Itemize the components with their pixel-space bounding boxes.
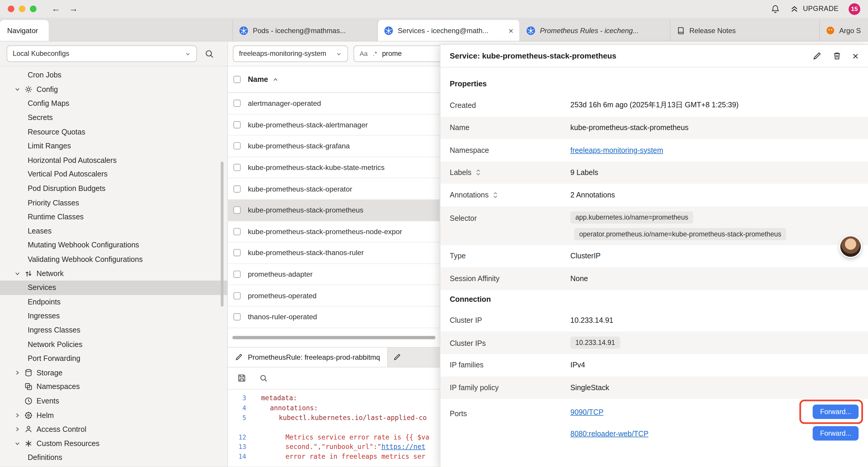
sidebar-item-runtime-classes[interactable]: Runtime Classes xyxy=(0,210,227,224)
sidebar-item-ingress-classes[interactable]: Ingress Classes xyxy=(0,323,227,337)
sidebar-item-custom-resources[interactable]: Custom Resources xyxy=(0,436,227,450)
row-checkbox[interactable] xyxy=(234,228,241,235)
tab-services-icecheng-math[interactable]: Services - icecheng@math...× xyxy=(378,20,520,41)
namespace-select[interactable]: freeleaps-monitoring-system xyxy=(233,46,348,62)
table-row-prometheus-adapter[interactable]: prometheus-adapter xyxy=(228,264,440,285)
sidebar-item-config-maps[interactable]: Config Maps xyxy=(0,96,227,111)
select-all-checkbox[interactable] xyxy=(234,76,241,83)
row-checkbox[interactable] xyxy=(234,207,241,214)
forward-button[interactable]: → xyxy=(66,4,81,14)
table-row-kube-prometheus-stack-prometheus-node-expor[interactable]: kube-prometheus-stack-prometheus-node-ex… xyxy=(228,221,440,242)
chevron-down-icon[interactable] xyxy=(14,440,21,447)
row-checkbox[interactable] xyxy=(234,143,241,150)
sidebar-item-limit-ranges[interactable]: Limit Ranges xyxy=(0,139,227,153)
maximize-window-button[interactable] xyxy=(30,6,36,12)
horizontal-scrollbar[interactable] xyxy=(232,336,435,339)
sidebar-item-priority-classes[interactable]: Priority Classes xyxy=(0,196,227,210)
sidebar-item-pod-disruption-budgets[interactable]: Pod Disruption Budgets xyxy=(0,181,227,196)
sidebar-item-endpoints[interactable]: Endpoints xyxy=(0,295,227,309)
yaml-editor[interactable]: 3metadata:4annotations:5kubectl.kubernet… xyxy=(228,389,440,466)
row-checkbox[interactable] xyxy=(234,271,241,278)
chevron-right-icon[interactable] xyxy=(14,412,21,418)
save-icon[interactable] xyxy=(237,374,246,382)
sidebar-item-config[interactable]: Config xyxy=(0,82,227,96)
property-label-text: Name xyxy=(450,123,469,132)
sidebar-item-leases[interactable]: Leases xyxy=(0,224,227,238)
match-case-toggle[interactable]: Aa xyxy=(360,50,368,58)
forward-button[interactable]: Forward... xyxy=(813,405,859,419)
row-checkbox[interactable] xyxy=(234,185,241,193)
sidebar-search-icon[interactable] xyxy=(205,49,214,59)
chevron-down-icon[interactable] xyxy=(14,270,21,276)
row-checkbox[interactable] xyxy=(234,164,241,171)
table-row-alertmanager-operated[interactable]: alertmanager-operated xyxy=(228,93,440,114)
table-row-kube-prometheus-stack-operator[interactable]: kube-prometheus-stack-operator xyxy=(228,178,440,200)
port-link[interactable]: 9090/TCP xyxy=(570,408,603,416)
port-link[interactable]: 8080:reloader-web/TCP xyxy=(570,429,649,437)
sort-updown-icon[interactable] xyxy=(492,191,499,198)
sidebar-item-services[interactable]: Services xyxy=(0,281,227,295)
row-checkbox[interactable] xyxy=(234,313,241,320)
chevron-right-icon[interactable] xyxy=(14,426,21,432)
table-row-thanos-ruler-operated[interactable]: thanos-ruler-operated xyxy=(228,307,440,328)
trash-icon[interactable] xyxy=(833,52,841,60)
table-row-prometheus-operated[interactable]: prometheus-operated xyxy=(228,285,440,307)
navigator-panel-tab[interactable]: Navigator xyxy=(0,20,49,41)
back-button[interactable]: ← xyxy=(49,4,63,14)
sidebar-item-storage[interactable]: Storage xyxy=(0,366,227,380)
sidebar-item-access-control[interactable]: Access Control xyxy=(0,422,227,436)
sidebar-item-port-forwarding[interactable]: Port Forwarding xyxy=(0,351,227,366)
chevron-right-icon[interactable] xyxy=(14,370,21,376)
table-row-kube-prometheus-stack-prometheus[interactable]: kube-prometheus-stack-prometheus xyxy=(228,200,440,221)
sidebar-item-validating-webhook-configurations[interactable]: Validating Webhook Configurations xyxy=(0,252,227,266)
table-row-kube-prometheus-stack-alertmanager[interactable]: kube-prometheus-stack-alertmanager xyxy=(228,114,440,136)
tab-argo-s[interactable]: Argo S xyxy=(820,20,868,41)
close-window-button[interactable] xyxy=(8,6,14,12)
property-link[interactable]: freeleaps-monitoring-system xyxy=(570,146,663,154)
sidebar-item-network[interactable]: Network xyxy=(0,266,227,281)
tab-release-notes[interactable]: Release Notes xyxy=(670,20,820,41)
tab-bar: Navigator Pods - icecheng@mathmas...Serv… xyxy=(0,18,868,42)
sidebar-item-resource-quotas[interactable]: Resource Quotas xyxy=(0,125,227,139)
sidebar-item-ingresses[interactable]: Ingresses xyxy=(0,309,227,323)
tab-pods-icecheng-mathmas[interactable]: Pods - icecheng@mathmas... xyxy=(233,20,378,41)
notification-badge[interactable]: 15 xyxy=(848,3,860,14)
editor-tab-partial[interactable] xyxy=(388,347,407,367)
sort-updown-icon[interactable] xyxy=(475,169,482,176)
editor-search-icon[interactable] xyxy=(259,374,268,382)
sidebar-item-mutating-webhook-configurations[interactable]: Mutating Webhook Configurations xyxy=(0,238,227,252)
sidebar-item-vertical-pod-autoscalers[interactable]: Vertical Pod Autoscalers xyxy=(0,167,227,181)
kubeconfig-select[interactable]: Local Kubeconfigs xyxy=(6,46,197,62)
sidebar-item-network-policies[interactable]: Network Policies xyxy=(0,337,227,351)
bell-icon[interactable] xyxy=(771,4,780,13)
minimize-window-button[interactable] xyxy=(19,6,25,12)
tab-prometheus-rules-icecheng[interactable]: Prometheus Rules - icecheng... xyxy=(520,20,670,41)
forward-button[interactable]: Forward... xyxy=(813,426,859,441)
table-row-kube-prometheus-stack-grafana[interactable]: kube-prometheus-stack-grafana xyxy=(228,136,440,157)
table-row-kube-prometheus-stack-kube-state-metrics[interactable]: kube-prometheus-stack-kube-state-metrics xyxy=(228,157,440,178)
editor-tab-prometheusrule[interactable]: PrometheusRule: freeleaps-prod-rabbitmq xyxy=(228,347,388,367)
sidebar-item-definitions[interactable]: Definitions xyxy=(0,450,227,465)
table-row-kube-prometheus-stack-thanos-ruler[interactable]: kube-prometheus-stack-thanos-ruler xyxy=(228,242,440,264)
row-checkbox[interactable] xyxy=(234,249,241,256)
sidebar-item-events[interactable]: Events xyxy=(0,394,227,408)
resource-search-input[interactable]: Aa .* prome xyxy=(354,46,443,62)
chevron-down-icon[interactable] xyxy=(14,86,21,92)
edit-icon[interactable] xyxy=(812,52,821,60)
row-checkbox[interactable] xyxy=(234,121,241,128)
row-checkbox[interactable] xyxy=(234,292,241,299)
name-column-header[interactable]: Name xyxy=(248,76,268,84)
floating-avatar[interactable] xyxy=(840,236,861,257)
sidebar-scrollbar[interactable] xyxy=(221,162,223,307)
sidebar-item-cron-jobs[interactable]: Cron Jobs xyxy=(0,68,227,82)
sidebar-item-helm[interactable]: Helm xyxy=(0,408,227,422)
sidebar-item-horizontal-pod-autoscalers[interactable]: Horizontal Pod Autoscalers xyxy=(0,153,227,167)
upgrade-button[interactable]: UPGRADE xyxy=(790,4,839,13)
row-checkbox[interactable] xyxy=(234,100,241,107)
sort-ascending-icon[interactable] xyxy=(272,76,279,83)
close-drawer-icon[interactable]: × xyxy=(852,51,859,61)
sidebar-item-secrets[interactable]: Secrets xyxy=(0,111,227,125)
sidebar-item-namespaces[interactable]: Namespaces xyxy=(0,380,227,394)
regex-toggle[interactable]: .* xyxy=(373,50,377,58)
close-tab-icon[interactable]: × xyxy=(508,26,513,35)
